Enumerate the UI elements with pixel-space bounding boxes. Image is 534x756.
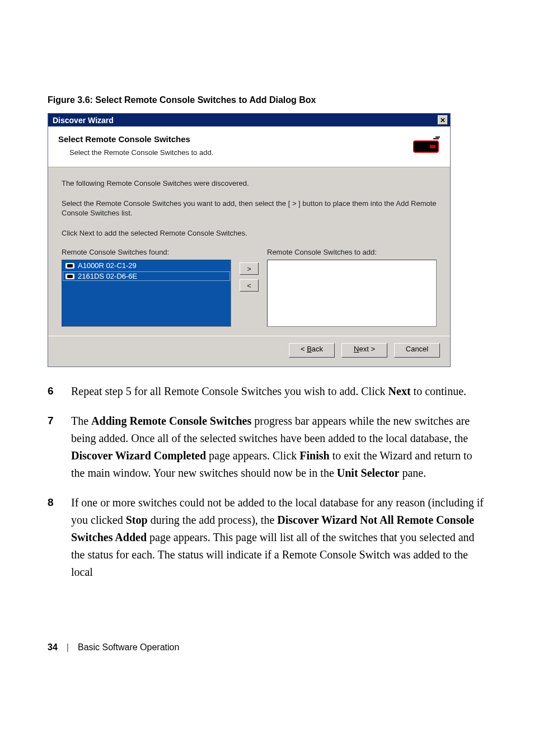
close-icon[interactable]: ✕	[438, 115, 448, 125]
next-button[interactable]: Next >	[341, 343, 387, 358]
list-item[interactable]: 2161DS 02-D6-6E	[62, 271, 231, 281]
toadd-list[interactable]	[267, 260, 437, 327]
switch-small-icon	[65, 274, 74, 279]
back-button[interactable]: < Back	[289, 343, 335, 358]
step-text: If one or more switches could not be add…	[71, 494, 486, 581]
figure-caption: Figure 3.6: Select Remote Console Switch…	[48, 95, 486, 105]
discover-wizard-dialog: Discover Wizard ✕ Select Remote Console …	[48, 113, 451, 367]
body-text-3: Click Next to add the selected Remote Co…	[62, 228, 437, 238]
step-text: The Adding Remote Console Switches progr…	[71, 412, 486, 482]
list-item-label: A1000R 02-C1-29	[78, 261, 137, 270]
step-text: Repeat step 5 for all Remote Console Swi…	[71, 383, 486, 400]
move-right-button[interactable]: >	[240, 262, 259, 275]
found-list-label: Remote Console Switches found:	[62, 248, 231, 256]
title-bar: Discover Wizard ✕	[48, 114, 450, 126]
dialog-footer: < Back Next > Cancel	[48, 336, 450, 367]
instruction-steps: 6 Repeat step 5 for all Remote Console S…	[48, 383, 486, 581]
step-number: 8	[48, 494, 58, 581]
window-title: Discover Wizard	[53, 116, 114, 125]
cancel-button[interactable]: Cancel	[394, 343, 440, 358]
step-number: 7	[48, 412, 58, 482]
switch-icon	[413, 135, 440, 159]
body-text-2: Select the Remote Console Switches you w…	[62, 199, 437, 218]
step-number: 6	[48, 383, 58, 400]
found-list[interactable]: A1000R 02-C1-29 2161DS 02-D6-6E	[62, 260, 231, 327]
dialog-heading: Select Remote Console Switches	[58, 134, 440, 144]
footer-separator: |	[67, 642, 69, 652]
list-item-label: 2161DS 02-D6-6E	[78, 272, 137, 280]
footer-section: Basic Software Operation	[78, 642, 179, 652]
dialog-header: Select Remote Console Switches Select th…	[48, 126, 450, 167]
toadd-list-label: Remote Console Switches to add:	[267, 248, 437, 256]
body-text-1: The following Remote Console Switches we…	[62, 179, 437, 189]
page-number: 34	[48, 642, 58, 652]
move-left-button[interactable]: <	[240, 279, 259, 292]
dialog-subheading: Select the Remote Console Switches to ad…	[58, 148, 440, 157]
dialog-body: The following Remote Console Switches we…	[48, 167, 450, 336]
switch-small-icon	[65, 263, 74, 269]
svg-rect-1	[430, 145, 435, 148]
page-footer: 34 | Basic Software Operation	[48, 642, 486, 652]
list-item[interactable]: A1000R 02-C1-29	[62, 260, 231, 271]
